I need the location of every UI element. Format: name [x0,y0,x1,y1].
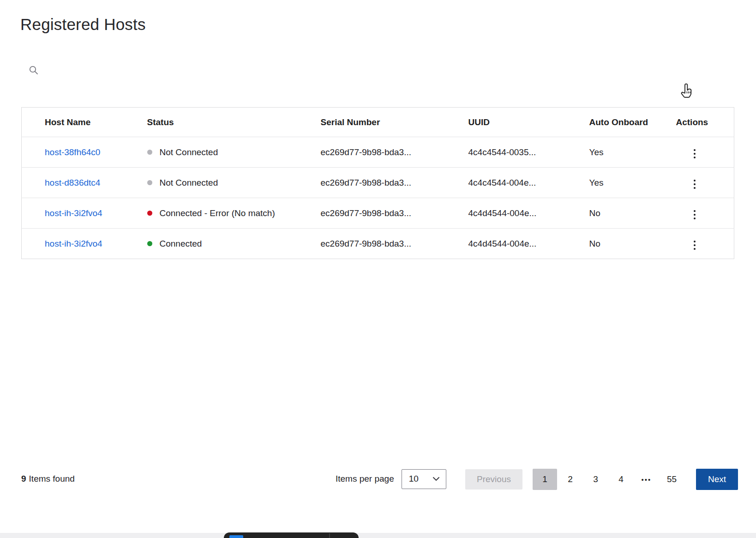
serial-number-value: ec269d77-9b98-bda3... [321,198,468,229]
host-name-link[interactable]: host-ih-3i2fvo4 [45,208,102,218]
status-label: Connected - Error (No match) [160,208,275,218]
uuid-value: 4c4d4544-004e... [468,229,589,259]
page-button-55[interactable]: 55 [660,469,684,490]
status-dot-icon [147,180,152,185]
serial-number-value: ec269d77-9b98-bda3... [321,168,468,198]
page-button-4[interactable]: 4 [609,469,633,490]
items-per-page-label: Items per page [336,474,394,484]
page-button-1[interactable]: 1 [533,469,557,490]
auto-onboard-value: Yes [589,168,676,198]
auto-onboard-value: Yes [589,137,676,168]
row-actions-kebab-icon[interactable] [689,146,700,161]
next-page-button[interactable]: Next [696,469,738,490]
chevron-down-icon [432,477,440,481]
items-per-page-select[interactable]: 10 [402,469,446,489]
status-label: Not Connected [160,178,218,188]
dock-item-icon [229,535,243,538]
items-per-page-value: 10 [409,474,419,484]
status-label: Connected [160,239,202,249]
search-icon[interactable] [29,65,39,75]
column-header-actions: Actions [676,108,734,137]
auto-onboard-value: No [589,229,676,259]
items-found-text: 9Items found [21,474,75,484]
row-actions-kebab-icon[interactable] [689,207,700,222]
uuid-value: 4c4c4544-004e... [468,168,589,198]
column-header-serial: Serial Number [321,108,468,137]
column-header-host-name: Host Name [22,108,147,137]
status-dot-icon [147,211,152,216]
column-header-auto-onboard: Auto Onboard [589,108,676,137]
dock-window-preview[interactable] [224,532,359,538]
registered-hosts-table: Host Name Status Serial Number UUID Auto… [21,107,734,259]
table-header-row: Host Name Status Serial Number UUID Auto… [22,108,734,137]
hand-cursor-icon [679,83,694,101]
column-header-uuid: UUID [468,108,589,137]
page-title: Registered Hosts [20,15,146,34]
table-row: host-ih-3i2fvo4 Connected ec269d77-9b98-… [22,229,734,259]
host-name-link[interactable]: host-38fh64c0 [45,147,100,157]
auto-onboard-value: No [589,198,676,229]
column-header-status: Status [147,108,321,137]
bottom-strip [0,533,756,538]
items-found-label: Items found [29,474,75,484]
dock-divider [329,533,330,538]
serial-number-value: ec269d77-9b98-bda3... [321,229,468,259]
items-found-count: 9 [21,474,26,484]
host-name-link[interactable]: host-ih-3i2fvo4 [45,239,102,248]
table-row: host-d836dtc4 Not Connected ec269d77-9b9… [22,168,734,198]
previous-page-button[interactable]: Previous [465,469,522,490]
row-actions-kebab-icon[interactable] [689,238,700,253]
uuid-value: 4c4d4544-004e... [468,198,589,229]
page-button-3[interactable]: 3 [583,469,608,490]
status-dot-icon [147,241,152,246]
uuid-value: 4c4c4544-0035... [468,137,589,168]
page-ellipsis: ••• [634,469,659,490]
serial-number-value: ec269d77-9b98-bda3... [321,137,468,168]
host-name-link[interactable]: host-d836dtc4 [45,178,100,187]
status-dot-icon [147,150,152,155]
table-row: host-ih-3i2fvo4 Connected - Error (No ma… [22,198,734,229]
row-actions-kebab-icon[interactable] [689,177,700,192]
status-label: Not Connected [160,147,218,157]
table-row: host-38fh64c0 Not Connected ec269d77-9b9… [22,137,734,168]
pagination-footer: 9Items found Items per page 10 Previous … [0,467,756,493]
page-button-2[interactable]: 2 [558,469,582,490]
